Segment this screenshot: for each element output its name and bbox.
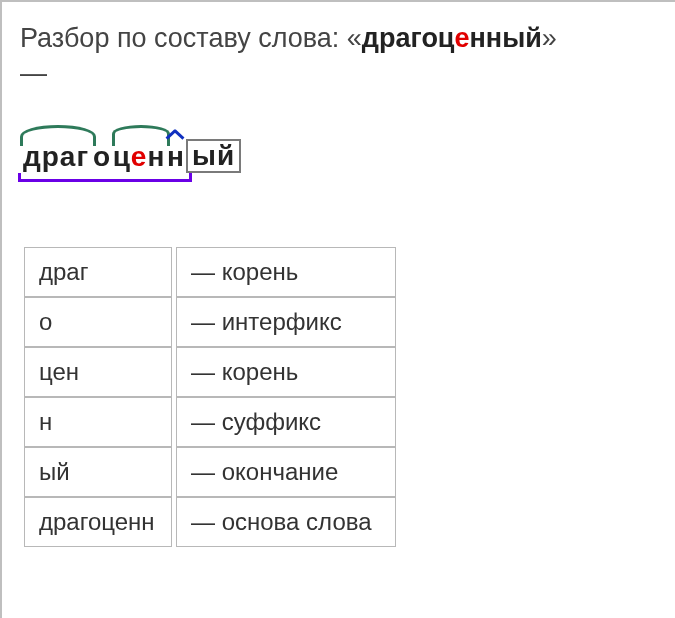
table-row: о — интерфикс	[24, 297, 396, 347]
morpheme-part: о	[24, 297, 172, 347]
title-prefix: Разбор по составу слова: «	[20, 23, 362, 53]
segment-ending: ый	[186, 139, 241, 173]
table-row: драгоценн — основа слова	[24, 497, 396, 547]
segment-root2: цен	[112, 141, 166, 173]
stem-bracket-icon	[18, 173, 192, 182]
table-row: н — суффикс	[24, 397, 396, 447]
title-dash: —	[20, 58, 655, 89]
morpheme-part: драгоценн	[24, 497, 172, 547]
segment-root2-p2: н	[147, 141, 165, 172]
title-word-accent: е	[454, 23, 469, 53]
morpheme-definition: — окончание	[176, 447, 396, 497]
diagram-word: драг о цен н ый	[20, 141, 241, 173]
page-container: Разбор по составу слова: «драгоценный» —…	[0, 0, 675, 618]
morpheme-table: драг — корень о — интерфикс цен — корень…	[20, 247, 400, 547]
segment-suffix: н	[166, 141, 186, 173]
title-suffix: »	[542, 23, 557, 53]
segment-root2-p1: ц	[113, 141, 131, 172]
morpheme-diagram: драг о цен н ый	[20, 119, 320, 189]
morpheme-definition: — суффикс	[176, 397, 396, 447]
morpheme-definition: — основа слова	[176, 497, 396, 547]
morpheme-part: цен	[24, 347, 172, 397]
table-row: ый — окончание	[24, 447, 396, 497]
segment-root1: драг	[20, 141, 92, 173]
morpheme-part: ый	[24, 447, 172, 497]
suffix-caret-icon	[166, 125, 184, 139]
morpheme-definition: — корень	[176, 347, 396, 397]
table-row: драг — корень	[24, 247, 396, 297]
table-row: цен — корень	[24, 347, 396, 397]
page-title: Разбор по составу слова: «драгоценный»	[20, 20, 655, 56]
morpheme-definition: — корень	[176, 247, 396, 297]
morpheme-definition: — интерфикс	[176, 297, 396, 347]
title-word-part1: драгоц	[362, 23, 455, 53]
morpheme-part: н	[24, 397, 172, 447]
morpheme-part: драг	[24, 247, 172, 297]
segment-root2-accent: е	[131, 141, 148, 172]
title-word: драгоценный	[362, 23, 542, 53]
title-word-part2: нный	[470, 23, 542, 53]
segment-interfix: о	[92, 141, 112, 173]
